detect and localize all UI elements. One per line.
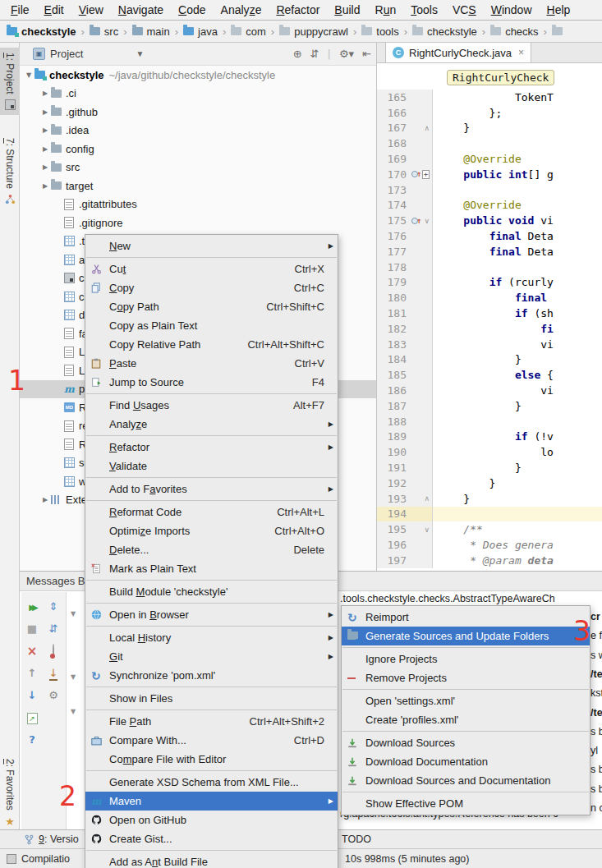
code-line[interactable]: 175↑∨ public void vi [377,213,602,228]
collapse-all-icon[interactable]: ⇵ [310,48,319,60]
tree-row-gitattributes[interactable]: .gitattributes [20,195,376,214]
breadcrumb-item-item[interactable] [552,27,563,35]
context-menu-item-delete[interactable]: Delete...Delete [85,540,338,559]
code-line[interactable]: 186 vi [377,383,602,398]
tree-expander-icon[interactable]: ▼ [71,673,76,681]
menu-window[interactable]: Window [484,3,540,16]
fold-end-icon[interactable]: ∧ [424,124,430,132]
help-icon[interactable]: ? [29,733,35,746]
todo-tab[interactable]: TODO [342,834,371,845]
settings-icon[interactable]: ⚙ [48,689,58,701]
breadcrumb-item-puppycrawl[interactable]: puppycrawl [279,25,348,38]
code-line[interactable]: 194 [377,507,602,522]
editor-tab[interactable]: C RightCurlyCheck.java × [385,43,531,62]
code-line[interactable]: 197 * @param deta [377,553,602,568]
context-menu-item-compare-with[interactable]: Compare With...Ctrl+D [85,731,338,750]
menu-run[interactable]: Run [368,3,404,16]
context-menu-item-find-usages[interactable]: Find UsagesAlt+F7 [85,396,338,415]
context-menu-item-file-path[interactable]: File PathCtrl+Alt+Shift+2 [85,712,338,731]
locate-icon[interactable]: ⊕ [293,48,302,60]
maven-submenu-item-show-effective-pom[interactable]: Show Effective POM [342,794,590,813]
breadcrumb-item-com[interactable]: com [231,25,266,38]
down-icon[interactable]: ↓ [28,689,37,701]
context-menu-item-copy-relative-path[interactable]: Copy Relative PathCtrl+Alt+Shift+C [85,335,338,354]
code-line[interactable]: 174 @Override [377,198,602,214]
code-area[interactable]: 165 TokenT166 };167∧ }168169 @Override17… [377,90,602,568]
export-icon[interactable]: ↗ [27,711,38,724]
code-line[interactable]: 168 [377,135,602,151]
context-menu-item-add-as-ant-build-file[interactable]: Add as Ant Build File [85,852,338,868]
context-menu-item-open-on-github[interactable]: Open on GitHub [85,811,338,829]
context-menu-item-local-history[interactable]: Local History▶ [85,628,338,647]
close-icon[interactable]: × [518,47,524,58]
tree-expander-icon[interactable]: ▼ [71,610,76,618]
breadcrumb-item-src[interactable]: src [90,25,118,38]
stop-icon[interactable]: ■ [27,622,37,635]
pause-icon[interactable] [53,645,54,657]
context-menu-item-jump-to-source[interactable]: Jump to SourceF4 [85,373,338,392]
override-icon[interactable]: ↑ [411,217,421,225]
context-menu-item-compare-file-with-editor[interactable]: Compare File with Editor [85,750,338,769]
code-line[interactable]: 166 }; [377,105,602,121]
menu-navigate[interactable]: Navigate [111,3,171,16]
maven-submenu-item-create-profiles-xml[interactable]: Create 'profiles.xml' [342,710,590,729]
maven-submenu-item-open-settings-xml[interactable]: Open 'settings.xml' [342,691,590,710]
context-menu-item-new[interactable]: New▶ [85,237,338,255]
code-line[interactable]: 177 final Deta [377,244,602,259]
tree-row-checkstyle[interactable]: ▼checkstyle~/java/github/checkstyle/chec… [20,66,376,85]
rerun-icon[interactable]: ▶▶ [29,600,34,613]
context-menu-item-show-in-files[interactable]: Show in Files [85,689,338,708]
maven-submenu-item-download-sources-and-documentation[interactable]: Download Sources and Documentation [342,771,590,790]
collapse-icon[interactable]: ⇵ [49,622,58,635]
menu-tools[interactable]: Tools [403,3,445,16]
context-menu-item-add-to-favorites[interactable]: Add to Favorites▶ [85,480,338,498]
code-line[interactable]: 193∧ } [377,491,602,507]
stripe-tab-2-favorites[interactable]: 2: Favorites★ [0,754,20,833]
context-menu-item-git[interactable]: Git▶ [85,647,338,666]
breadcrumb-item-checks[interactable]: checks [490,25,538,38]
code-line[interactable]: 190 lo [377,444,602,460]
code-line[interactable]: 187 } [377,398,602,414]
tree-row-github[interactable]: ▶.github [20,103,376,122]
maven-submenu-item-ignore-projects[interactable]: Ignore Projects [342,650,590,668]
code-line[interactable]: 169 @Override [377,151,602,167]
tree-row-config[interactable]: ▶config [20,140,376,158]
code-line[interactable]: 188 [377,414,602,429]
code-line[interactable]: 180 final [377,290,602,305]
tree-expander-icon[interactable]: ▼ [71,708,76,715]
breadcrumb-item-main[interactable]: main [132,25,170,38]
code-line[interactable]: 181 if (sh [377,305,602,321]
version-control-tab[interactable]: 9: Versio [25,834,79,845]
menu-file[interactable]: File [3,3,37,16]
code-line[interactable]: 192 } [377,475,602,491]
context-menu-item-generate-xsd-schema-from-xml-file[interactable]: Generate XSD Schema from XML File... [85,773,338,792]
breadcrumb-item-checkstyle[interactable]: checkstyle [412,25,477,38]
context-menu-item-copy-path[interactable]: Copy PathCtrl+Shift+C [85,297,338,316]
code-line[interactable]: 189 if (!v [377,429,602,445]
breadcrumb-item-tools[interactable]: tools [361,25,398,38]
context-menu-item-refactor[interactable]: Refactor▶ [85,438,338,457]
stripe-tab-1-project[interactable]: 1: Project [0,48,20,115]
fold-expand-icon[interactable]: + [422,170,430,179]
breadcrumb-item-checkstyle[interactable]: checkstyle [7,25,76,38]
code-line[interactable]: 179 if (rcurly [377,275,602,291]
tree-row-ci[interactable]: ▶.ci [20,85,376,103]
maven-submenu-item-remove-projects[interactable]: Remove Projects [342,668,590,687]
chevron-down-icon[interactable]: ▼ [136,49,144,58]
code-line[interactable]: 191 } [377,460,602,475]
hide-panel-icon[interactable]: ⇤ [362,48,371,60]
fold-start-icon[interactable]: ∨ [424,217,430,225]
tree-row-gitignore[interactable]: .gitignore [20,214,376,232]
override-icon[interactable]: ↑ [411,170,421,178]
code-line[interactable]: 173 [377,182,602,198]
context-menu-item-create-gist[interactable]: Create Gist... [85,829,338,848]
maven-submenu-item-generate-sources-and-update-folders[interactable]: ↻Generate Sources and Update Folders [342,627,590,645]
menu-edit[interactable]: Edit [37,3,71,16]
code-line[interactable]: 178 [377,259,602,275]
context-menu-item-build-module-checkstyle[interactable]: Build Module 'checkstyle' [85,582,338,601]
context-menu-item-cut[interactable]: CutCtrl+X [85,259,338,278]
tree-row-idea[interactable]: ▶.idea [20,122,376,140]
expand-icon[interactable]: ⇕ [49,600,58,613]
code-line[interactable]: 170↑+ public int[] g [377,167,602,182]
up-icon[interactable]: ↑ [28,667,37,679]
